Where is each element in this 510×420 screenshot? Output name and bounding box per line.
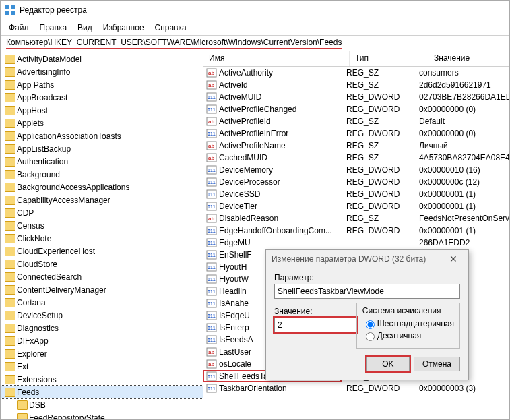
cell-name: 011DeviceProcessor xyxy=(203,177,341,187)
svg-text:ab: ab xyxy=(208,82,214,88)
tree-item[interactable]: ApplicationAssociationToasts xyxy=(1,129,203,142)
list-row[interactable]: 011ActiveMUIDREG_DWORD02703BE7B28266DA1E… xyxy=(203,91,509,103)
tree-item[interactable]: CDP xyxy=(1,206,203,219)
tree-item[interactable]: ClickNote xyxy=(1,232,203,245)
tree-item[interactable]: Extensions xyxy=(1,373,203,386)
svg-text:ab: ab xyxy=(208,155,214,161)
list-row[interactable]: 011EdgeMU266DA1EDD2 xyxy=(203,237,509,249)
svg-text:ab: ab xyxy=(208,143,214,149)
tree-item[interactable]: Diagnostics xyxy=(1,322,203,334)
cell-name: 011ActiveMUID xyxy=(203,92,341,102)
list-row[interactable]: abActiveProfileIdREG_SZDefault xyxy=(203,115,509,127)
cell-name: abActiveProfileName xyxy=(203,140,341,151)
svg-text:ab: ab xyxy=(208,119,214,125)
list-row[interactable]: abActiveAuthorityREG_SZconsumers xyxy=(203,67,509,79)
tree-item[interactable]: Applets xyxy=(1,117,203,129)
radix-hex-radio[interactable] xyxy=(366,320,375,329)
tree-item[interactable]: Cortana xyxy=(1,296,203,309)
svg-text:ab: ab xyxy=(208,349,214,355)
menu-help[interactable]: Справка xyxy=(150,22,192,34)
tree-item[interactable]: Feeds xyxy=(1,386,203,398)
radix-hex-row[interactable]: Шестнадцатеричная xyxy=(362,318,454,329)
tree-item[interactable]: AppBroadcast xyxy=(1,91,203,104)
address-path: Компьютер\HKEY_CURRENT_USER\SOFTWARE\Mic… xyxy=(6,38,342,49)
svg-text:011: 011 xyxy=(208,180,216,185)
cell-value: 266DA1EDD2 xyxy=(414,238,509,247)
list-row[interactable]: 011DeviceProcessorREG_DWORD0x0000000c (1… xyxy=(203,176,509,188)
ok-button[interactable]: OK xyxy=(366,357,410,371)
radix-dec-radio[interactable] xyxy=(366,332,375,341)
list-row[interactable]: abActiveProfileNameREG_SZЛичный xyxy=(203,140,509,152)
svg-text:011: 011 xyxy=(208,168,216,173)
value-label: Значение: xyxy=(274,307,356,316)
list-row[interactable]: 011DeviceTierREG_DWORD0x00000001 (1) xyxy=(203,200,509,212)
col-value[interactable]: Значение xyxy=(428,51,509,66)
dialog-titlebar: Изменение параметра DWORD (32 бита) ✕ xyxy=(266,250,468,268)
cell-name: abActiveProfileId xyxy=(203,116,341,127)
cell-type: REG_DWORD xyxy=(341,177,414,187)
tree-item[interactable]: CloudExperienceHost xyxy=(1,245,203,258)
svg-rect-0 xyxy=(5,5,9,9)
cell-value: 02703BE7B28266DA1EDD2 xyxy=(414,92,509,102)
cell-name: 011DeviceMemory xyxy=(203,164,341,175)
tree-item[interactable]: CapabilityAccessManager xyxy=(1,193,203,206)
tree-item[interactable]: Explorer xyxy=(1,347,203,360)
tree-item[interactable]: Authentication xyxy=(1,155,203,168)
tree-pane[interactable]: ActivityDataModelAdvertisingInfoApp Path… xyxy=(1,51,203,419)
value-input[interactable] xyxy=(274,318,356,332)
menubar: Файл Правка Вид Избранное Справка xyxy=(1,20,509,36)
svg-text:011: 011 xyxy=(208,265,216,270)
list-row[interactable]: abCachedMUIDREG_SZ4A5730BA82704EA08E488 xyxy=(203,152,509,164)
list-row[interactable]: 011ActiveProfileChangedREG_DWORD0x000000… xyxy=(203,103,509,115)
tree-item[interactable]: BackgroundAccessApplications xyxy=(1,181,203,193)
menu-favorites[interactable]: Избранное xyxy=(98,22,150,34)
tree-item[interactable]: App Paths xyxy=(1,78,203,91)
tree-item[interactable]: CloudStore xyxy=(1,258,203,270)
tree-item[interactable]: FeedRepositoryState xyxy=(1,411,203,419)
tree-item[interactable]: AppHost xyxy=(1,104,203,117)
tree-item[interactable]: Background xyxy=(1,168,203,181)
tree-item[interactable]: AppListBackup xyxy=(1,142,203,155)
list-row[interactable]: 011ActiveProfileInErrorREG_DWORD0x000000… xyxy=(203,127,509,140)
list-row[interactable]: 011DeviceSSDREG_DWORD0x00000001 (1) xyxy=(203,188,509,200)
tree-item[interactable]: DeviceSetup xyxy=(1,309,203,322)
tree-item[interactable]: ConnectedSearch xyxy=(1,270,203,283)
menu-file[interactable]: Файл xyxy=(3,22,34,34)
svg-text:ab: ab xyxy=(208,361,214,367)
menu-view[interactable]: Вид xyxy=(72,22,98,34)
cell-type: REG_DWORD xyxy=(341,104,414,114)
cell-value: 0x00000003 (3) xyxy=(414,384,509,393)
svg-rect-2 xyxy=(5,11,9,15)
radix-dec-row[interactable]: Десятичная xyxy=(362,330,454,341)
cell-value: 4A5730BA82704EA08E488 xyxy=(414,153,509,162)
tree-item[interactable]: DIFxApp xyxy=(1,334,203,347)
col-type[interactable]: Тип xyxy=(350,51,428,66)
list-row[interactable]: 011TaskbarOrientationREG_DWORD0x00000003… xyxy=(203,382,509,394)
svg-text:ab: ab xyxy=(208,216,214,222)
addressbar[interactable]: Компьютер\HKEY_CURRENT_USER\SOFTWARE\Mic… xyxy=(1,36,509,51)
tree-item[interactable]: AdvertisingInfo xyxy=(1,65,203,78)
radix-dec-label: Десятичная xyxy=(377,331,422,340)
regedit-icon xyxy=(5,5,15,16)
svg-text:011: 011 xyxy=(208,95,216,100)
cell-type: REG_SZ xyxy=(341,141,414,150)
tree-item[interactable]: Census xyxy=(1,219,203,232)
tree-item[interactable]: ContentDeliveryManager xyxy=(1,283,203,296)
close-icon[interactable]: ✕ xyxy=(444,252,463,266)
list-row[interactable]: 011DeviceMemoryREG_DWORD0x00000010 (16) xyxy=(203,164,509,176)
svg-text:011: 011 xyxy=(208,338,216,342)
tree-item[interactable]: ActivityDataModel xyxy=(1,53,203,65)
col-name[interactable]: Имя xyxy=(203,51,350,66)
cancel-button[interactable]: Отмена xyxy=(414,357,460,371)
tree-item[interactable]: Ext xyxy=(1,360,203,373)
cell-type: REG_DWORD xyxy=(341,384,414,393)
list-row[interactable]: abActiveIdREG_SZ2d6d2d5916621971 xyxy=(203,79,509,91)
list-row[interactable]: abDisabledReasonREG_SZFeedsNotPresentOnS… xyxy=(203,212,509,224)
edit-dword-dialog: Изменение параметра DWORD (32 бита) ✕ Па… xyxy=(265,249,469,380)
menu-edit[interactable]: Правка xyxy=(34,22,73,34)
tree-item[interactable]: DSB xyxy=(1,398,203,411)
cell-value: 2d6d2d5916621971 xyxy=(414,80,509,90)
cell-name: 011ActiveProfileChanged xyxy=(203,104,341,115)
param-label: Параметр: xyxy=(274,273,460,282)
list-row[interactable]: 011EdgeHandoffOnboardingCom...REG_DWORD0… xyxy=(203,224,509,237)
